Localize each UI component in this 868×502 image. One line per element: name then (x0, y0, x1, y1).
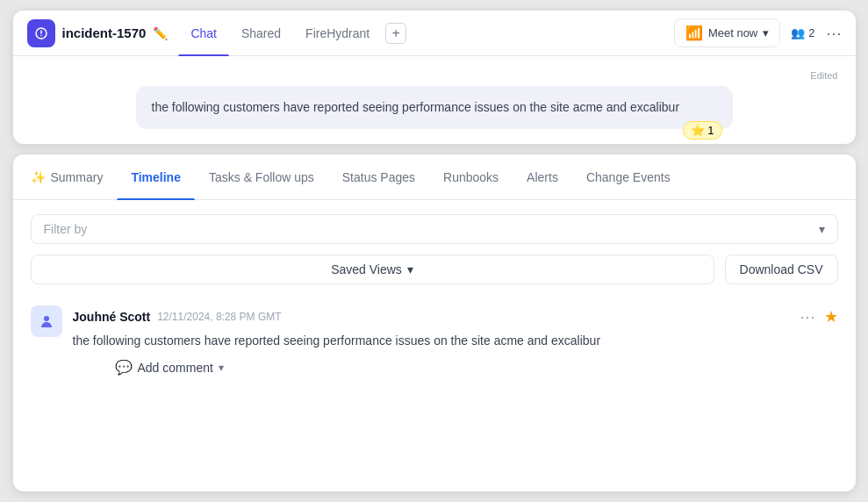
svg-point-2 (40, 34, 42, 36)
tab-status-pages[interactable]: Status Pages (328, 154, 429, 200)
chat-header: incident-1570 ✏️ Chat Shared FireHydrant… (13, 11, 856, 56)
meet-now-button[interactable]: 📶 Meet now ▾ (674, 18, 780, 47)
chat-message-text: the following customers have reported se… (152, 100, 680, 114)
edit-icon[interactable]: ✏️ (153, 26, 168, 40)
header-right: 📶 Meet now ▾ 👥 2 ⋯ (674, 18, 842, 47)
tab-tasks[interactable]: Tasks & Follow ups (195, 154, 328, 200)
users-count-label: 2 (808, 26, 814, 39)
avatar (31, 305, 62, 337)
filter-chevron-icon: ▾ (819, 222, 825, 236)
meet-icon: 📶 (685, 25, 703, 41)
add-comment-label: Add comment (138, 361, 213, 375)
tab-timeline[interactable]: Timeline (117, 154, 195, 200)
tab-alerts[interactable]: Alerts (513, 154, 572, 200)
meet-now-label: Meet now (708, 26, 757, 39)
entry-content: Jouhné Scott 12/11/2024, 8:28 PM GMT ⋯ ★… (73, 305, 838, 376)
reaction-badge[interactable]: ⭐ 1 (683, 121, 721, 140)
chat-panel: incident-1570 ✏️ Chat Shared FireHydrant… (13, 11, 856, 144)
comment-chevron-icon: ▾ (219, 362, 224, 374)
add-comment-row[interactable]: 💬 Add comment ▾ (73, 359, 838, 376)
tab-firehydrant[interactable]: FireHydrant (293, 11, 382, 56)
tab-chat[interactable]: Chat (178, 11, 229, 56)
tab-summary[interactable]: ✨ Summary (31, 154, 118, 200)
saved-views-chevron-icon: ▾ (407, 262, 413, 276)
users-icon: 👥 (791, 26, 805, 39)
more-options-button[interactable]: ⋯ (826, 24, 842, 43)
timeline-tabs: ✨ Summary Timeline Tasks & Follow ups St… (13, 154, 856, 200)
chat-bubble: the following customers have reported se… (136, 86, 733, 129)
meet-chevron-icon: ▾ (763, 26, 769, 39)
entry-more-button[interactable]: ⋯ (794, 305, 821, 328)
header-tabs: Chat Shared FireHydrant + (178, 11, 406, 56)
comment-icon: 💬 (115, 359, 133, 376)
incident-title: incident-1570 (62, 25, 147, 40)
download-csv-button[interactable]: Download CSV (725, 255, 838, 284)
incident-icon (27, 19, 55, 47)
svg-point-4 (44, 316, 49, 321)
entry-header: Jouhné Scott 12/11/2024, 8:28 PM GMT ⋯ ★ (73, 305, 838, 328)
filter-bar[interactable]: Filter by ▾ (31, 214, 838, 244)
chat-body: Edited the following customers have repo… (13, 56, 856, 144)
reaction-count: 1 (707, 124, 714, 137)
entry-author: Jouhné Scott (73, 310, 151, 324)
tab-shared[interactable]: Shared (229, 11, 293, 56)
entry-actions: ⋯ ★ (794, 305, 838, 328)
tab-runbooks[interactable]: Runbooks (429, 154, 513, 200)
timeline-entry: Jouhné Scott 12/11/2024, 8:28 PM GMT ⋯ ★… (31, 298, 838, 383)
users-count[interactable]: 👥 2 (791, 26, 814, 39)
filter-placeholder: Filter by (44, 222, 819, 236)
reaction-emoji: ⭐ (691, 124, 705, 137)
entry-timestamp: 12/11/2024, 8:28 PM GMT (157, 311, 281, 323)
sparkle-icon: ✨ (31, 170, 46, 184)
entry-text: the following customers have reported se… (73, 332, 838, 350)
tab-change-events[interactable]: Change Events (572, 154, 685, 200)
entry-star-button[interactable]: ★ (824, 307, 838, 326)
add-tab-button[interactable]: + (385, 23, 406, 44)
actions-row: Saved Views ▾ Download CSV (31, 255, 838, 284)
timeline-body: Filter by ▾ Saved Views ▾ Download CSV J… (13, 200, 856, 397)
timeline-panel: ✨ Summary Timeline Tasks & Follow ups St… (13, 154, 856, 491)
saved-views-button[interactable]: Saved Views ▾ (31, 255, 714, 284)
edited-label: Edited (31, 70, 838, 81)
saved-views-label: Saved Views (331, 262, 402, 276)
